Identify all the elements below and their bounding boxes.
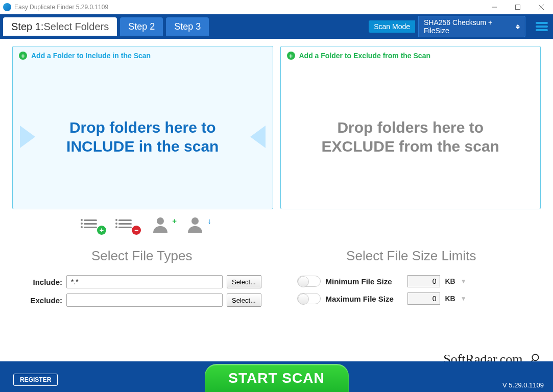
scan-mode-value: SHA256 Checksum + FileSize	[424, 18, 516, 35]
arrow-right-icon	[20, 126, 35, 148]
exclude-types-input[interactable]	[66, 293, 223, 307]
add-include-folder-button[interactable]: + Add a Folder to Include in the Scan	[13, 46, 273, 65]
max-size-label: Maximum File Size	[326, 295, 402, 303]
max-size-toggle[interactable]	[297, 293, 321, 304]
tab-step1[interactable]: Step 1: Select Folders	[3, 17, 117, 36]
exclude-drop-text: Drop folders here to EXCLUDE from the sc…	[306, 118, 515, 156]
add-list-button[interactable]: +	[84, 217, 104, 233]
tab-step2[interactable]: Step 2	[120, 17, 163, 36]
title-bar: Easy Duplicate Finder 5.29.0.1109	[0, 0, 553, 14]
folder-toolbar: + − + ↓	[12, 209, 541, 233]
plus-icon: +	[287, 52, 295, 60]
file-types-section: Select File Types Include: Select... Exc…	[22, 248, 261, 312]
include-types-label: Include:	[22, 278, 62, 286]
exclude-types-label: Exclude:	[22, 296, 62, 305]
spinner-arrows-icon	[516, 24, 520, 29]
include-types-select-button[interactable]: Select...	[227, 275, 261, 288]
min-size-toggle[interactable]	[297, 276, 321, 287]
exclude-types-select-button[interactable]: Select...	[227, 293, 261, 307]
register-button[interactable]: REGISTER	[13, 374, 58, 386]
min-size-input[interactable]	[407, 275, 440, 287]
minimize-button[interactable]	[483, 0, 506, 14]
max-size-input[interactable]	[407, 292, 440, 305]
file-size-title: Select File Size Limits	[292, 248, 531, 264]
plus-badge-icon: +	[97, 226, 106, 235]
start-scan-button[interactable]: START SCAN	[203, 362, 350, 392]
header-bar: Step 1: Select Folders Step 2 Step 3 Sca…	[0, 14, 553, 39]
plus-mini-icon: +	[172, 216, 177, 225]
include-panel[interactable]: + Add a Folder to Include in the Scan Dr…	[12, 46, 273, 209]
person-icon	[153, 217, 169, 233]
maximize-button[interactable]	[506, 0, 530, 14]
svg-rect-1	[516, 5, 520, 9]
min-size-unit-dropdown[interactable]: ▼	[461, 278, 467, 285]
tab-step1-prefix: Step 1:	[11, 21, 43, 33]
min-size-label: Minimum File Size	[326, 277, 402, 286]
import-user-profile-button[interactable]: ↓	[188, 217, 208, 233]
add-exclude-folder-button[interactable]: + Add a Folder to Exclude from the Scan	[281, 46, 541, 65]
scan-mode-label: Scan Mode	[369, 20, 415, 33]
include-types-input[interactable]	[66, 275, 223, 288]
remove-list-button[interactable]: −	[118, 217, 139, 233]
exclude-drop-area[interactable]: Drop folders here to EXCLUDE from the sc…	[281, 65, 541, 209]
download-mini-icon: ↓	[208, 216, 212, 225]
close-button[interactable]	[530, 0, 553, 14]
file-size-section: Select File Size Limits Minimum File Siz…	[292, 248, 531, 312]
plus-icon: +	[19, 52, 27, 60]
include-drop-text: Drop folders here to INCLUDE in the scan	[38, 118, 247, 156]
tab-step3[interactable]: Step 3	[166, 17, 209, 36]
include-drop-area[interactable]: Drop folders here to INCLUDE in the scan	[13, 65, 273, 209]
tab-step1-suffix: Select Folders	[43, 21, 109, 33]
window-title: Easy Duplicate Finder 5.29.0.1109	[14, 4, 483, 11]
scan-mode-select[interactable]: SHA256 Checksum + FileSize	[418, 16, 525, 37]
max-size-unit-dropdown[interactable]: ▼	[461, 295, 467, 302]
include-head-label: Add a Folder to Include in the Scan	[31, 52, 151, 60]
person-icon	[188, 217, 203, 233]
min-size-unit: KB	[445, 277, 455, 285]
exclude-panel[interactable]: + Add a Folder to Exclude from the Scan …	[280, 46, 541, 209]
add-user-profile-button[interactable]: +	[153, 217, 174, 233]
app-icon	[3, 3, 11, 11]
arrow-left-icon	[250, 126, 266, 148]
max-size-unit: KB	[445, 295, 455, 303]
exclude-head-label: Add a Folder to Exclude from the Scan	[299, 52, 430, 60]
file-types-title: Select File Types	[22, 248, 261, 264]
menu-button[interactable]	[536, 20, 548, 33]
minus-badge-icon: −	[132, 226, 141, 235]
version-label: V 5.29.0.1109	[502, 381, 544, 389]
